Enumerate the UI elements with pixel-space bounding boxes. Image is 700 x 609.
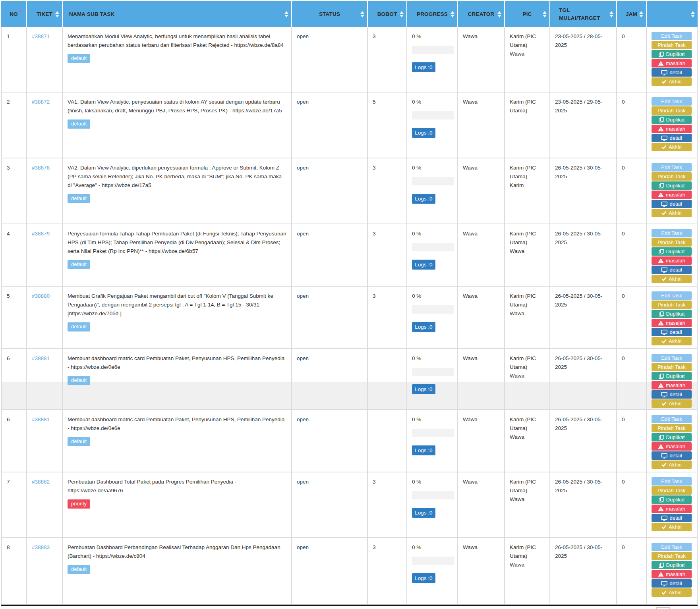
edit-task-button[interactable]: Edit Task xyxy=(652,163,692,172)
ticket-link[interactable]: #38879 xyxy=(32,231,50,237)
edit-task-button[interactable]: Edit Task xyxy=(652,354,692,362)
column-header-label: NO xyxy=(10,11,18,17)
cell-jam: 0 xyxy=(617,224,647,286)
date-range: 26-05-2025 / 30-05-2025 xyxy=(555,231,602,245)
detail-task-button[interactable]: detail xyxy=(652,68,692,77)
sub-task-text: Membuat Grafik Pengajuan Paket mengambil… xyxy=(68,292,286,318)
sort-icon xyxy=(55,11,59,17)
logs-button[interactable]: Logs :0 xyxy=(412,260,435,270)
column-header-pic[interactable]: PIC xyxy=(505,1,550,27)
masalah-task-button[interactable]: masalah xyxy=(652,570,692,578)
column-header-tgl[interactable]: TGL MULAI/TARGET xyxy=(550,1,617,27)
masalah-task-button[interactable]: masalah xyxy=(652,442,692,451)
akhiri-task-button[interactable]: Akhiri xyxy=(652,337,692,345)
edit-task-button[interactable]: Edit Task xyxy=(652,229,692,237)
logs-button[interactable]: Logs :0 xyxy=(412,508,435,518)
cell-pic: Karim (PIC Utama) Wawa xyxy=(505,349,550,409)
ticket-link[interactable]: #38878 xyxy=(32,165,50,171)
masalah-task-button[interactable]: masalah xyxy=(652,191,692,199)
ticket-link[interactable]: #38883 xyxy=(32,544,50,550)
logs-button[interactable]: Logs :0 xyxy=(412,128,435,138)
detail-task-button[interactable]: detail xyxy=(652,514,692,522)
akhiri-task-button[interactable]: Akhiri xyxy=(652,523,692,531)
masalah-task-button[interactable]: masalah xyxy=(652,125,692,133)
duplikat-task-button[interactable]: Duplikat xyxy=(652,433,692,441)
logs-button[interactable]: Logs :0 xyxy=(412,573,435,583)
duplikat-task-button[interactable]: Duplikat xyxy=(652,116,692,124)
detail-task-button[interactable]: detail xyxy=(652,134,692,142)
pindah-task-button[interactable]: Pindah Task xyxy=(652,552,692,560)
ticket-link[interactable]: #38880 xyxy=(32,293,50,299)
pindah-task-button[interactable]: Pindah Task xyxy=(652,363,692,371)
duplikat-task-button[interactable]: Duplikat xyxy=(652,495,692,504)
column-header-creator[interactable]: CREATOR xyxy=(458,1,505,27)
edit-task-button[interactable]: Edit Task xyxy=(652,291,692,300)
akhiri-task-button[interactable]: Akhiri xyxy=(652,399,692,408)
detail-task-button[interactable]: detail xyxy=(652,200,692,208)
duplikat-task-button[interactable]: Duplikat xyxy=(652,310,692,318)
column-header-nama[interactable]: NAMA SUB TASK xyxy=(63,1,292,27)
edit-task-button[interactable]: Edit Task xyxy=(652,477,692,486)
pindah-task-button[interactable]: Pindah Task xyxy=(652,486,692,495)
row-number: 7 xyxy=(7,479,10,485)
masalah-task-button[interactable]: masalah xyxy=(652,256,692,265)
edit-task-button[interactable]: Edit Task xyxy=(652,97,692,106)
logs-button[interactable]: Logs :0 xyxy=(412,194,435,204)
warning-icon xyxy=(658,258,664,263)
column-header-no[interactable]: NO xyxy=(1,1,27,27)
cell-pic: Karim (PIC Utama) Karim xyxy=(505,158,550,224)
ticket-link[interactable]: #38881 xyxy=(32,355,50,361)
column-header-progress[interactable]: PROGRESS xyxy=(407,1,458,27)
cell-pic: Karim (PIC Utama) xyxy=(505,93,550,158)
ticket-link[interactable]: #38872 xyxy=(32,99,50,105)
edit-task-button[interactable]: Edit Task xyxy=(652,543,692,551)
ticket-link[interactable]: #38882 xyxy=(32,479,50,485)
duplikat-task-button[interactable]: Duplikat xyxy=(652,247,692,256)
detail-task-button[interactable]: detail xyxy=(652,266,692,274)
detail-task-button[interactable]: detail xyxy=(652,579,692,588)
masalah-task-button[interactable]: masalah xyxy=(652,381,692,389)
jam-value: 0 xyxy=(622,33,625,39)
pindah-task-button[interactable]: Pindah Task xyxy=(652,238,692,247)
column-header-jam[interactable]: JAM xyxy=(617,1,647,27)
detail-task-button[interactable]: detail xyxy=(652,328,692,336)
logs-button[interactable]: Logs :0 xyxy=(412,445,435,455)
akhiri-task-button[interactable]: Akhiri xyxy=(652,275,692,283)
action-button-label: Duplikat xyxy=(666,117,685,122)
duplikat-task-button[interactable]: Duplikat xyxy=(652,181,692,190)
pindah-task-button[interactable]: Pindah Task xyxy=(652,41,692,49)
status-text: open xyxy=(297,33,309,39)
logs-button[interactable]: Logs :0 xyxy=(412,322,435,332)
akhiri-task-button[interactable]: Akhiri xyxy=(652,143,692,151)
logs-button[interactable]: Logs :0 xyxy=(412,62,435,72)
akhiri-task-button[interactable]: Akhiri xyxy=(652,209,692,217)
ticket-link[interactable]: #38881 xyxy=(32,416,50,422)
detail-task-button[interactable]: detail xyxy=(652,390,692,399)
table-row: 6#38881Membuat dashboard matric card Pem… xyxy=(1,349,698,410)
pindah-task-button[interactable]: Pindah Task xyxy=(652,301,692,309)
akhiri-task-button[interactable]: Akhiri xyxy=(652,77,692,86)
akhiri-task-button[interactable]: Akhiri xyxy=(652,461,692,469)
check-icon xyxy=(661,401,667,406)
column-header-status[interactable]: STATUS xyxy=(292,1,368,27)
edit-task-button[interactable]: Edit Task xyxy=(652,415,692,423)
column-header-bobot[interactable]: BOBOT xyxy=(368,1,407,27)
column-header-label: TIKET xyxy=(37,11,52,17)
edit-task-button[interactable]: Edit Task xyxy=(652,32,692,40)
akhiri-task-button[interactable]: Akhiri xyxy=(652,588,692,597)
copy-icon xyxy=(659,497,664,503)
pindah-task-button[interactable]: Pindah Task xyxy=(652,106,692,115)
masalah-task-button[interactable]: masalah xyxy=(652,505,692,513)
detail-task-button[interactable]: detail xyxy=(652,451,692,460)
duplikat-task-button[interactable]: Duplikat xyxy=(652,372,692,380)
pindah-task-button[interactable]: Pindah Task xyxy=(652,424,692,432)
column-header-tiket[interactable]: TIKET xyxy=(27,1,63,27)
duplikat-task-button[interactable]: Duplikat xyxy=(652,561,692,569)
duplikat-task-button[interactable]: Duplikat xyxy=(652,50,692,58)
ticket-link[interactable]: #38871 xyxy=(32,33,50,39)
pindah-task-button[interactable]: Pindah Task xyxy=(652,172,692,181)
masalah-task-button[interactable]: masalah xyxy=(652,59,692,67)
logs-button[interactable]: Logs :0 xyxy=(412,384,435,394)
masalah-task-button[interactable]: masalah xyxy=(652,319,692,327)
column-header-actions[interactable] xyxy=(647,1,698,27)
